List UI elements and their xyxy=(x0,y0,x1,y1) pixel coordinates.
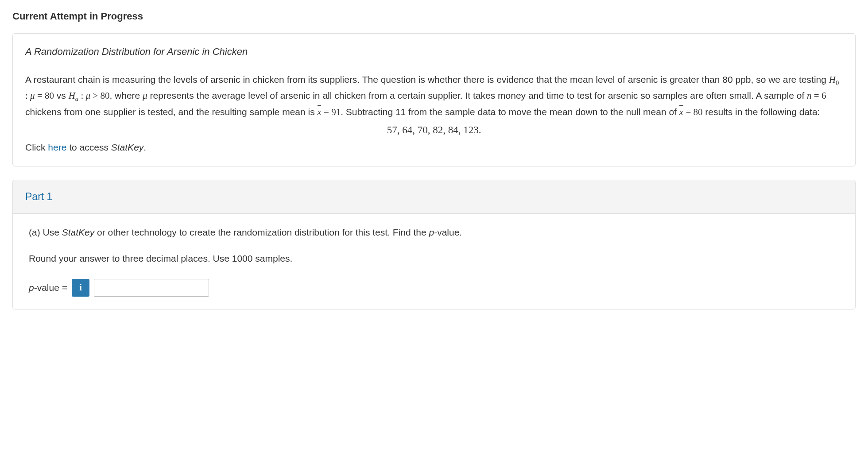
question-panel: A Randomization Distribution for Arsenic… xyxy=(12,33,856,166)
prompt-statkey: StatKey xyxy=(62,227,95,237)
n-eq: = 6 xyxy=(812,90,826,101)
part1-header[interactable]: Part 1 xyxy=(13,180,855,214)
mu-symbol: μ xyxy=(30,90,35,101)
answer-label-p: p xyxy=(29,282,34,293)
mu-symbol-3: μ xyxy=(143,90,147,101)
question-body: A restaurant chain is measuring the leve… xyxy=(25,72,843,155)
body-mid2: chickens from one supplier is tested, an… xyxy=(25,107,318,117)
xbar-symbol: x xyxy=(318,104,322,120)
body-intro: A restaurant chain is measuring the leve… xyxy=(25,74,829,85)
body-mid3: . Subtracting 11 from the sample data to… xyxy=(341,107,679,117)
part1-prompt: (a) Use StatKey or other technology to c… xyxy=(29,225,839,240)
part1-panel: Part 1 (a) Use StatKey or other technolo… xyxy=(12,180,856,309)
data-values: 57, 64, 70, 82, 84, 123. xyxy=(25,122,843,139)
period: . xyxy=(143,142,146,152)
pvalue-input[interactable] xyxy=(94,279,209,297)
body-end: results in the following data: xyxy=(702,107,820,117)
answer-label: p-value = xyxy=(29,281,67,295)
n-symbol: n xyxy=(807,90,812,101)
xbar2-eq: = 80 xyxy=(683,107,702,117)
answer-label-rest: -value = xyxy=(34,282,67,293)
statkey-link[interactable]: here xyxy=(48,142,66,152)
pvalue-rest: -value. xyxy=(434,227,462,237)
h0-sub: 0 xyxy=(836,79,839,86)
prompt-mid: or other technology to create the random… xyxy=(94,227,429,237)
h0-colon: : xyxy=(25,90,30,101)
h0-symbol: H xyxy=(829,74,836,85)
part1-note: Round your answer to three decimal place… xyxy=(29,251,839,266)
answer-row: p-value = i xyxy=(29,279,839,297)
click-post: to access xyxy=(66,142,111,152)
statkey-name: StatKey xyxy=(111,142,144,152)
ha-symbol: H xyxy=(69,90,75,101)
where-text: , where xyxy=(109,90,143,101)
question-title: A Randomization Distribution for Arsenic… xyxy=(25,44,843,59)
xbar-eq: = 91 xyxy=(322,107,341,117)
pvalue-p: p xyxy=(429,227,434,237)
vs-text: vs xyxy=(54,90,69,101)
body-mid: represents the average level of arsenic … xyxy=(147,90,807,101)
prompt-pre: (a) Use xyxy=(29,227,62,237)
gt80: > 80 xyxy=(90,90,109,101)
page-title: Current Attempt in Progress xyxy=(12,9,856,23)
part1-body: (a) Use StatKey or other technology to c… xyxy=(13,214,855,309)
statkey-access-line: Click here to access StatKey. xyxy=(25,140,843,155)
mu-symbol-2: μ xyxy=(86,90,91,101)
eq80: = 80 xyxy=(35,90,54,101)
click-pre: Click xyxy=(25,142,48,152)
info-button[interactable]: i xyxy=(72,279,89,297)
xbar-symbol-2: x xyxy=(679,104,683,120)
ha-colon: : xyxy=(78,90,85,101)
